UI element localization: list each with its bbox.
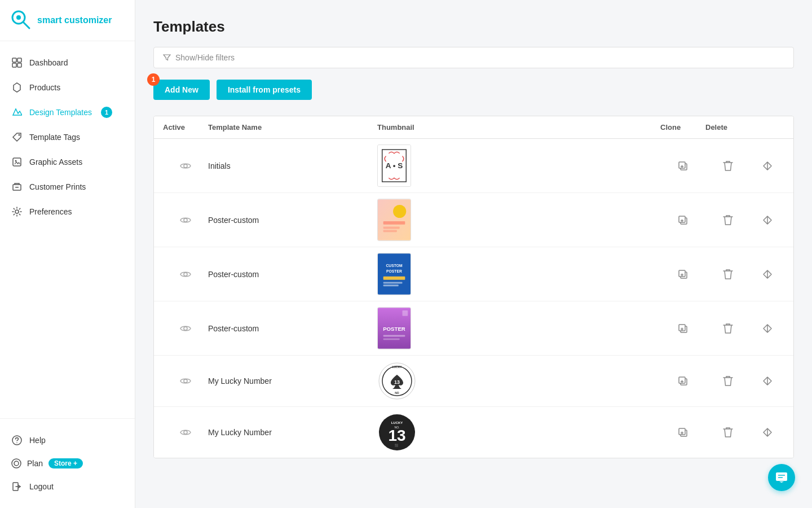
- sidebar-item-logout[interactable]: Logout: [0, 474, 135, 499]
- move-handle-5[interactable]: [751, 376, 784, 386]
- svg-rect-77: [776, 472, 787, 481]
- add-new-button[interactable]: Add New: [153, 80, 210, 100]
- table-row: Poster-custom: [154, 193, 793, 247]
- chat-icon: [775, 471, 788, 484]
- clone-button-2[interactable]: [660, 214, 705, 226]
- sidebar-item-plan[interactable]: Plan Store +: [0, 453, 135, 474]
- sidebar-label-template-tags: Template Tags: [29, 133, 80, 142]
- thumbnail-cell-4: POSTER: [377, 307, 660, 349]
- svg-point-12: [15, 210, 19, 213]
- template-tags-icon: [11, 132, 23, 143]
- active-toggle-3[interactable]: [163, 270, 208, 278]
- table-row: Poster-custom POSTER: [154, 301, 793, 356]
- clone-button-1[interactable]: [660, 160, 705, 172]
- sidebar-item-template-tags[interactable]: Template Tags: [0, 125, 135, 150]
- clone-button-5[interactable]: [660, 375, 705, 387]
- products-icon: [11, 82, 23, 93]
- thumbnail-5: LUCKY 13 NO: [377, 361, 417, 401]
- svg-text:LUCKY: LUCKY: [391, 421, 403, 424]
- active-toggle-5[interactable]: [163, 377, 208, 385]
- svg-rect-5: [12, 63, 16, 67]
- svg-line-2: [24, 23, 29, 28]
- col-thumbnail: Thumbnail: [377, 123, 660, 132]
- move-handle-6[interactable]: [751, 427, 784, 437]
- install-presets-button[interactable]: Install from presets: [217, 80, 312, 100]
- action-badge: 1: [147, 73, 160, 86]
- svg-point-9: [15, 160, 17, 162]
- thumbnail-4: POSTER: [377, 307, 411, 349]
- clone-button-3[interactable]: [660, 269, 705, 280]
- thumbnail-cell-6: LUCKY NO. 13 ⬛: [377, 413, 660, 452]
- sidebar-item-preferences[interactable]: Preferences: [0, 199, 135, 224]
- active-toggle-2[interactable]: [163, 216, 208, 224]
- template-name-1: Initials: [208, 161, 377, 170]
- sidebar-item-help[interactable]: Help: [0, 428, 135, 453]
- filter-icon: [163, 54, 171, 62]
- sidebar-item-graphic-assets[interactable]: Graphic Assets: [0, 150, 135, 174]
- app-logo-icon: [11, 10, 32, 30]
- svg-rect-8: [13, 158, 21, 166]
- svg-rect-27: [378, 199, 411, 240]
- main-nav: Dashboard Products Design Templates 1: [0, 41, 135, 418]
- plan-icon: [11, 458, 21, 468]
- move-handle-2[interactable]: [751, 215, 784, 225]
- thumbnail-cell-3: CUSTOM POSTER: [377, 253, 660, 295]
- thumbnail-1: A • S: [377, 144, 411, 187]
- svg-rect-11: [15, 187, 19, 188]
- sidebar-item-products[interactable]: Products: [0, 75, 135, 100]
- sidebar-label-products: Products: [29, 83, 60, 92]
- svg-rect-4: [17, 58, 21, 62]
- delete-button-2[interactable]: [705, 214, 751, 226]
- table-row: My Lucky Number LUCKY NO. 13 ⬛: [154, 407, 793, 458]
- clone-button-6[interactable]: [660, 427, 705, 438]
- clone-button-4[interactable]: [660, 323, 705, 334]
- customer-prints-icon: [11, 181, 23, 192]
- delete-button-4[interactable]: [705, 323, 751, 334]
- active-toggle-1[interactable]: [163, 162, 208, 170]
- delete-button-1[interactable]: [705, 160, 751, 172]
- svg-point-57: [184, 379, 187, 383]
- svg-point-28: [393, 205, 406, 218]
- chat-button[interactable]: [768, 464, 795, 491]
- svg-rect-6: [17, 63, 21, 67]
- sidebar-label-help: Help: [29, 436, 46, 445]
- filter-bar[interactable]: Show/Hide filters: [153, 47, 794, 68]
- template-name-3: Poster-custom: [208, 270, 377, 279]
- delete-button-3[interactable]: [705, 269, 751, 280]
- main-content: Templates Show/Hide filters 1 Add New In…: [135, 0, 812, 508]
- plan-label: Plan: [27, 459, 43, 468]
- app-name: smart customizer: [37, 15, 112, 25]
- delete-button-6[interactable]: [705, 427, 751, 438]
- store-badge: Store +: [48, 458, 83, 468]
- active-toggle-4[interactable]: [163, 325, 208, 332]
- sidebar-item-dashboard[interactable]: Dashboard: [0, 50, 135, 75]
- move-handle-3[interactable]: [751, 269, 784, 279]
- svg-rect-29: [383, 221, 405, 225]
- template-name-5: My Lucky Number: [208, 376, 377, 386]
- svg-rect-30: [383, 227, 400, 229]
- move-handle-4[interactable]: [751, 323, 784, 334]
- svg-rect-49: [403, 310, 408, 316]
- svg-rect-51: [383, 335, 405, 337]
- dashboard-icon: [11, 57, 23, 68]
- sidebar: smart customizer Dashboard Products: [0, 0, 135, 508]
- svg-text:13: 13: [388, 427, 405, 444]
- thumbnail-2: [377, 199, 411, 241]
- svg-point-16: [14, 461, 19, 466]
- sidebar-item-customer-prints[interactable]: Customer Prints: [0, 174, 135, 199]
- svg-text:NO: NO: [395, 391, 399, 395]
- thumbnail-3: CUSTOM POSTER: [377, 253, 411, 295]
- delete-button-5[interactable]: [705, 375, 751, 387]
- svg-text:LUCKY: LUCKY: [392, 365, 402, 369]
- svg-rect-31: [383, 230, 397, 232]
- move-handle-1[interactable]: [751, 161, 784, 171]
- initials-thumb: A • S: [378, 144, 411, 187]
- template-name-6: My Lucky Number: [208, 428, 377, 437]
- design-templates-icon: [11, 107, 23, 118]
- col-clone: Clone: [660, 123, 705, 132]
- lucky-white-thumb: LUCKY 13 NO: [378, 362, 416, 400]
- sidebar-item-design-templates[interactable]: Design Templates 1: [0, 100, 135, 125]
- active-toggle-6[interactable]: [163, 428, 208, 436]
- svg-text:POSTER: POSTER: [383, 326, 405, 332]
- table-header: Active Template Name Thumbnail Clone Del…: [154, 116, 793, 139]
